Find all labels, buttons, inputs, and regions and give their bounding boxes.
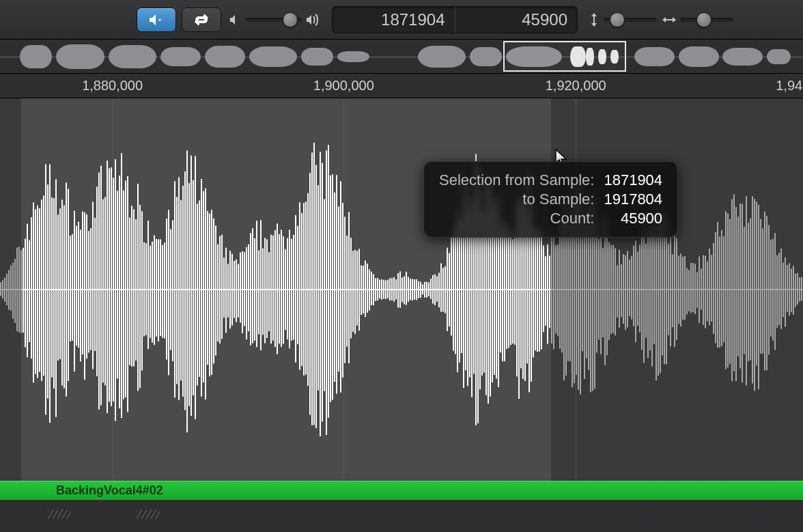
vertical-zoom-slider[interactable] (604, 18, 657, 22)
svg-rect-131 (283, 236, 284, 344)
svg-rect-266 (8, 270, 10, 309)
svg-rect-115 (250, 233, 251, 346)
svg-rect-42 (100, 166, 102, 406)
svg-rect-315 (637, 251, 638, 326)
svg-rect-342 (692, 263, 694, 312)
svg-rect-295 (596, 222, 597, 353)
horizontal-zoom-group (662, 14, 733, 25)
overview-blob (20, 45, 52, 68)
svg-rect-63 (143, 242, 145, 337)
svg-rect-311 (629, 260, 630, 316)
overview-blob (506, 46, 562, 67)
resize-handle[interactable] (137, 509, 160, 519)
svg-rect-355 (719, 236, 720, 347)
sample-start-field[interactable]: 1871904 (333, 7, 455, 33)
svg-rect-239 (504, 222, 505, 361)
svg-rect-354 (717, 222, 718, 348)
toolbar: 1871904 45900 (0, 0, 803, 40)
waveform-main[interactable]: Selection from Sample: 1871904 to Sample… (0, 98, 803, 481)
preview-volume-slider[interactable] (246, 18, 302, 22)
overview-blob (679, 46, 719, 67)
svg-rect-357 (723, 236, 724, 342)
overview-blob (337, 51, 369, 62)
sample-ruler[interactable]: 1,880,0001,900,0001,920,0001,940,000 (0, 74, 803, 98)
preview-audio-button[interactable] (137, 8, 176, 32)
svg-rect-120 (260, 220, 262, 350)
waveform-overview[interactable] (0, 40, 803, 74)
svg-rect-32 (80, 229, 81, 361)
svg-rect-73 (164, 242, 165, 338)
svg-rect-372 (754, 199, 755, 391)
svg-rect-33 (82, 212, 83, 354)
svg-rect-327 (662, 223, 663, 355)
svg-rect-60 (137, 184, 139, 391)
cycle-icon (193, 14, 210, 26)
svg-rect-85 (188, 183, 190, 406)
svg-rect-316 (639, 244, 640, 333)
svg-rect-370 (750, 219, 751, 361)
svg-rect-378 (766, 216, 767, 370)
cycle-button[interactable] (182, 8, 221, 32)
slider-thumb[interactable] (696, 12, 712, 27)
overview-blob (598, 49, 606, 64)
svg-rect-380 (770, 240, 772, 337)
svg-rect-183 (389, 278, 391, 300)
svg-rect-175 (373, 274, 374, 305)
svg-rect-121 (262, 249, 264, 335)
svg-rect-338 (684, 256, 686, 320)
svg-rect-151 (324, 199, 325, 391)
svg-rect-241 (508, 223, 509, 348)
sample-length-field[interactable]: 45900 (455, 7, 578, 33)
svg-rect-153 (328, 145, 329, 418)
svg-rect-146 (313, 143, 315, 425)
svg-rect-162 (346, 236, 348, 346)
svg-rect-34 (84, 212, 85, 380)
svg-rect-46 (109, 168, 110, 402)
svg-rect-43 (102, 199, 104, 383)
overview-blob (570, 46, 587, 67)
svg-rect-288 (582, 220, 583, 351)
svg-rect-38 (92, 201, 94, 369)
svg-rect-93 (205, 188, 206, 400)
svg-rect-278 (561, 220, 563, 352)
svg-rect-56 (129, 218, 130, 365)
svg-rect-242 (510, 232, 511, 346)
svg-rect-27 (70, 236, 71, 341)
svg-rect-253 (533, 225, 534, 357)
svg-rect-23 (61, 199, 63, 385)
overview-blob (109, 45, 157, 68)
svg-rect-296 (598, 239, 600, 340)
audio-region[interactable]: BackingVocal4#02 (0, 481, 803, 500)
svg-rect-133 (287, 238, 288, 339)
svg-rect-282 (569, 223, 571, 361)
overview-blob (470, 47, 502, 66)
svg-rect-36 (88, 231, 89, 352)
svg-rect-41 (98, 173, 100, 410)
svg-rect-20 (55, 179, 57, 417)
svg-rect-83 (184, 171, 186, 410)
overview-blob (767, 49, 791, 64)
svg-rect-361 (731, 199, 733, 382)
svg-rect-98 (215, 225, 216, 355)
svg-rect-186 (395, 279, 397, 299)
svg-rect-346 (701, 268, 702, 309)
svg-rect-167 (356, 251, 358, 325)
svg-rect-363 (735, 207, 737, 381)
svg-rect-192 (408, 277, 409, 302)
slider-thumb[interactable] (283, 12, 298, 27)
svg-rect-191 (406, 272, 407, 305)
svg-rect-387 (785, 257, 786, 326)
svg-rect-369 (748, 223, 749, 361)
svg-rect-309 (625, 255, 626, 330)
horizontal-zoom-slider[interactable] (680, 18, 733, 22)
svg-rect-44 (104, 197, 106, 386)
slider-thumb[interactable] (610, 12, 625, 27)
resize-handle[interactable] (48, 509, 71, 519)
overview-blob (586, 48, 594, 66)
svg-rect-364 (737, 216, 739, 356)
svg-rect-15 (45, 165, 46, 415)
svg-rect-371 (752, 196, 753, 383)
svg-rect-173 (369, 269, 370, 310)
sample-position-display[interactable]: 1871904 45900 (332, 6, 578, 33)
svg-rect-339 (686, 268, 688, 314)
